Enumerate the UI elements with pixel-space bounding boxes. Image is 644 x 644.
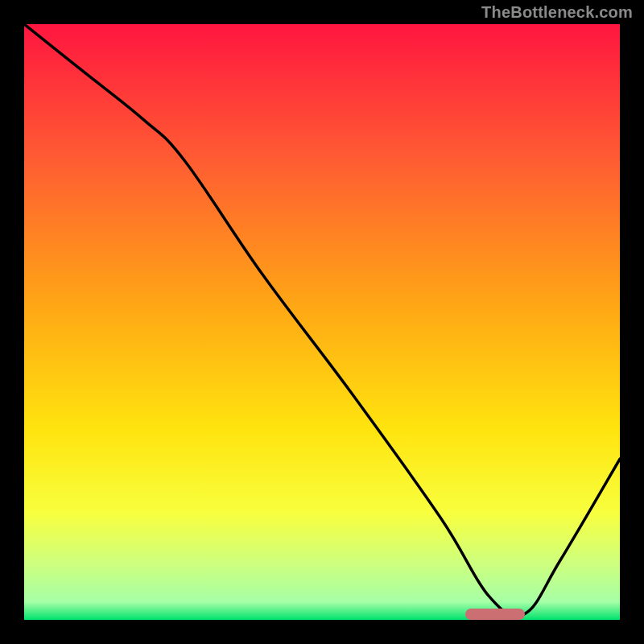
optimal-range-marker	[465, 609, 525, 620]
plot-area	[24, 24, 620, 620]
chart-container: TheBottleneck.com	[0, 0, 644, 644]
bottleneck-curve	[24, 24, 620, 620]
watermark-text: TheBottleneck.com	[481, 3, 633, 22]
